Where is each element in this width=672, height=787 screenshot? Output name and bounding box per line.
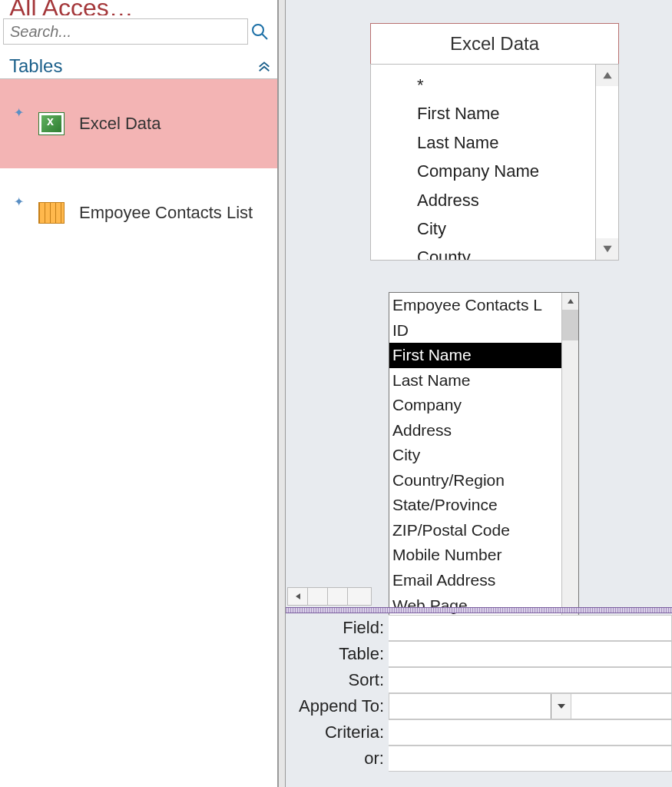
new-object-indicator-icon: ✦ [14, 105, 24, 120]
tables-group-label: Tables [9, 55, 62, 77]
row-field: Field: [286, 615, 672, 641]
svg-point-0 [253, 25, 263, 35]
field-item[interactable]: First Name [417, 99, 589, 128]
scroll-track[interactable] [596, 86, 618, 238]
label-or: or: [286, 749, 389, 769]
dropdown-item[interactable]: ID [389, 318, 561, 344]
field-item[interactable]: Company Name [417, 157, 589, 185]
row-append-to: Append To: [286, 693, 672, 719]
field-list[interactable]: * First Name Last Name Company Name Addr… [371, 65, 595, 260]
dropdown-item[interactable]: Address [389, 418, 561, 443]
scroll-down-icon[interactable] [596, 238, 618, 260]
cell-criteria[interactable] [389, 719, 672, 745]
cell-table[interactable] [389, 641, 672, 667]
dropdown-item[interactable]: State/Province [389, 493, 561, 518]
search-icon[interactable] [248, 22, 271, 41]
field-card-title: Excel Data [371, 24, 618, 65]
scroll-right-icon[interactable] [348, 588, 368, 605]
label-table: Table: [286, 644, 389, 664]
svg-line-1 [262, 34, 267, 39]
field-card-body: * First Name Last Name Company Name Addr… [370, 64, 619, 261]
append-to-combo[interactable] [389, 694, 571, 719]
canvas-hscrollbar[interactable] [287, 587, 372, 606]
tables-group-header[interactable]: Tables [0, 52, 277, 79]
field-item[interactable]: Address [417, 186, 589, 214]
excel-table-icon [38, 110, 65, 138]
scroll-up-icon[interactable] [562, 293, 578, 310]
collapse-icon[interactable] [257, 55, 271, 77]
cell-append-to[interactable] [389, 693, 571, 719]
query-design-canvas: Excel Data * First Name Last Name Compan… [286, 0, 672, 787]
scroll-up-icon[interactable] [596, 65, 618, 86]
label-sort: Sort: [286, 670, 389, 690]
scroll-thumb[interactable] [308, 588, 328, 605]
navigation-pane: All Acces… Tables ✦ Excel Data ✦ Empoyee… [0, 0, 278, 787]
pane-divider[interactable] [286, 607, 672, 613]
svg-marker-7 [558, 704, 565, 709]
append-to-value[interactable] [389, 694, 551, 719]
field-item[interactable]: Last Name [417, 128, 589, 157]
row-table: Table: [286, 641, 672, 667]
field-item[interactable]: County [417, 243, 589, 260]
nav-item-label: Excel Data [79, 114, 161, 134]
cell-sort[interactable] [389, 667, 672, 693]
field-list-scrollbar[interactable] [595, 65, 618, 260]
dropdown-item[interactable]: ZIP/Postal Code [389, 518, 561, 543]
field-item[interactable]: * [417, 71, 589, 99]
svg-marker-3 [603, 246, 611, 252]
dropdown-item[interactable]: Country/Region [389, 468, 561, 493]
svg-marker-6 [296, 593, 300, 599]
search-row [0, 15, 277, 48]
nav-item-label: Empoyee Contacts List [79, 203, 253, 223]
svg-marker-4 [568, 299, 574, 304]
row-criteria: Criteria: [286, 719, 672, 745]
cell-or[interactable] [389, 745, 672, 772]
query-design-grid: Field: Table: Sort: Append To: Criteria: [286, 615, 672, 772]
dropdown-header[interactable]: Empoyee Contacts L [389, 293, 561, 318]
row-sort: Sort: [286, 667, 672, 693]
row-or: or: [286, 745, 672, 772]
field-item[interactable]: City [417, 214, 589, 243]
dropdown-item[interactable]: Last Name [389, 368, 561, 394]
label-field: Field: [286, 618, 389, 638]
chevron-down-icon[interactable] [551, 694, 571, 719]
label-criteria: Criteria: [286, 722, 389, 742]
pane-resize-handle[interactable] [278, 0, 286, 787]
scroll-left-icon[interactable] [288, 588, 308, 605]
nav-title[interactable]: All Acces… [0, 0, 277, 15]
scroll-thumb[interactable] [562, 310, 578, 340]
nav-item-employee-contacts[interactable]: ✦ Empoyee Contacts List [0, 168, 277, 257]
svg-marker-2 [603, 72, 611, 78]
dropdown-item[interactable]: City [389, 443, 561, 468]
cell-field[interactable] [389, 615, 672, 641]
scroll-track[interactable] [328, 588, 348, 605]
label-append-to: Append To: [286, 696, 389, 716]
nav-item-excel-data[interactable]: ✦ Excel Data [0, 79, 277, 168]
new-object-indicator-icon: ✦ [14, 194, 24, 209]
search-input[interactable] [3, 18, 248, 45]
dropdown-item[interactable]: Mobile Number [389, 543, 561, 568]
dropdown-item[interactable]: Company [389, 393, 561, 418]
table-icon [38, 199, 65, 227]
dropdown-item[interactable]: Email Address [389, 568, 561, 593]
table-field-card[interactable]: Excel Data * First Name Last Name Compan… [370, 23, 619, 261]
cell-append-to-extra[interactable] [571, 693, 672, 719]
dropdown-item-selected[interactable]: First Name [389, 343, 561, 368]
